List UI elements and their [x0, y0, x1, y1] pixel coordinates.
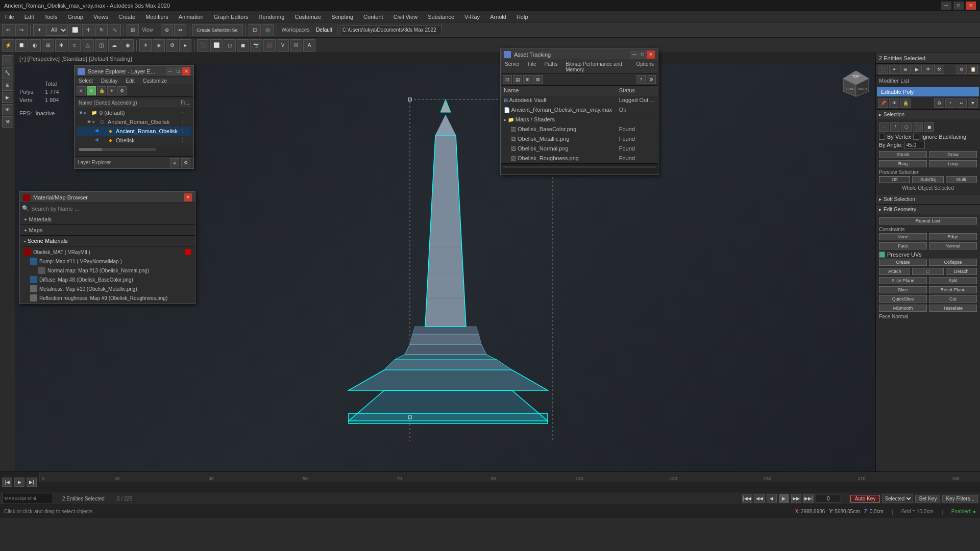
at-menu-options[interactable]: Options	[632, 60, 658, 73]
current-frame-input[interactable]	[816, 494, 841, 503]
mat-diffuse[interactable]: Diffuse: Map #8 (Obelisk_BaseColor.png)	[22, 275, 193, 284]
by-angle-input[interactable]	[904, 141, 925, 149]
expand-1[interactable]: ▸	[84, 110, 90, 115]
none-button[interactable]: None	[879, 233, 927, 240]
mod-lock-icon[interactable]: 🔒	[900, 98, 911, 108]
rp-icon1[interactable]: ⬛	[878, 65, 888, 74]
by-vertex-check[interactable]	[879, 134, 885, 140]
first-frame-btn[interactable]: |◀◀	[742, 494, 752, 503]
shrink-button[interactable]: Shrink	[879, 151, 927, 158]
menu-content[interactable]: Content	[358, 11, 388, 22]
off-button[interactable]: Off	[879, 176, 910, 183]
move-button[interactable]: ✛	[82, 24, 94, 36]
tb2-camera1[interactable]: 📷	[250, 39, 262, 52]
mod-add-icon[interactable]: +	[945, 98, 955, 108]
tb2-light3[interactable]: ⚙	[166, 39, 178, 52]
undo-button[interactable]: ↩	[2, 24, 14, 36]
play-fwd-btn[interactable]: ▶	[779, 494, 789, 503]
menu-views[interactable]: Views	[88, 11, 113, 22]
table-row[interactable]: 🖼 Obelisk_Normal.png Found	[501, 144, 658, 154]
edge-button[interactable]: Edge	[929, 233, 977, 240]
rp-icon4[interactable]: ▶	[912, 65, 922, 74]
tb2-render4[interactable]: ◼	[237, 39, 249, 52]
attach-opts[interactable]: □	[912, 268, 943, 275]
rp-icon2[interactable]: ✦	[889, 65, 899, 74]
at-tb2[interactable]: ▤	[513, 75, 522, 84]
split-button[interactable]: Split	[929, 277, 977, 284]
se-minimize-btn[interactable]: ─	[166, 67, 174, 76]
at-tb3[interactable]: ⊞	[523, 75, 532, 84]
mod-cfg-icon[interactable]: ⚙	[934, 98, 944, 108]
tb2-v2[interactable]: R	[290, 39, 302, 52]
modifier-editable-poly[interactable]: Editable Poly	[877, 87, 979, 96]
menu-civil-view[interactable]: Civil View	[388, 11, 423, 22]
named-sets-btn[interactable]: ⊡	[249, 24, 261, 36]
mod-pin-icon[interactable]: 📌	[878, 98, 888, 108]
timeline[interactable]: 0 10 30 50 70 90 110 130 150 170 190	[39, 472, 980, 492]
rp-icon7[interactable]: ⚙	[957, 65, 967, 74]
isolate-btn[interactable]: ◎	[262, 24, 274, 36]
preserve-uvs-check[interactable]	[879, 252, 885, 258]
at-menu-bitmap[interactable]: Bitmap Performance and Memory	[561, 60, 632, 73]
asset-tracking-header[interactable]: Asset Tracking ─ □ ✕	[501, 49, 658, 60]
next-key-btn[interactable]: ▶|	[27, 478, 37, 487]
face-button[interactable]: Face	[879, 242, 927, 249]
prev-key-btn[interactable]: |◀	[2, 478, 12, 487]
tb2-btn4[interactable]: ⊞	[42, 39, 54, 52]
collapse-button[interactable]: Collapse	[929, 259, 977, 266]
mat-cat-scene[interactable]: - Scene Materials	[20, 236, 195, 246]
mat-close-btn[interactable]: ✕	[184, 193, 192, 202]
ring-button[interactable]: Ring	[879, 160, 927, 167]
table-row[interactable]: ⊞ Autodesk Vault Logged Out ...	[501, 95, 658, 105]
table-row[interactable]: 🖼 Obelisk_Metallic.png Found	[501, 134, 658, 144]
modify-tab[interactable]: 🔧	[2, 67, 13, 79]
utilities-tab[interactable]: ⚒	[2, 116, 13, 128]
tb2-btn5[interactable]: ✚	[55, 39, 67, 52]
slice-button[interactable]: Slice	[879, 286, 927, 293]
tree-layer-default[interactable]: 👁 ▸ 📁 0 (default) ⋮⋮	[77, 108, 191, 117]
tb2-light4[interactable]: ▸	[179, 39, 191, 52]
scene-explorer-header[interactable]: Scene Explorer - Layer E... ─ □ ✕	[75, 66, 193, 77]
tb2-render2[interactable]: ⬜	[210, 39, 223, 52]
reset-plane-button[interactable]: Reset Plane	[929, 286, 977, 293]
rp-icon3[interactable]: ⊞	[900, 65, 911, 74]
table-row[interactable]: 📄 Ancient_Roman_Obelisk_max_vray.max Ok	[501, 105, 658, 115]
menu-file[interactable]: File	[0, 11, 19, 22]
at-tb4[interactable]: ⊠	[533, 75, 543, 84]
mod-eye-icon[interactable]: 👁	[889, 98, 899, 108]
se-footer-layers-btn[interactable]: ≡	[170, 158, 179, 167]
edge-mode[interactable]: /	[890, 122, 900, 132]
last-frame-btn[interactable]: ▶▶|	[803, 494, 814, 503]
display-tab[interactable]: 👁	[2, 104, 13, 115]
maxscript-mini[interactable]: MAXScript Mini	[2, 493, 53, 504]
mat-cat-maps[interactable]: + Maps	[20, 225, 195, 236]
align-button[interactable]: ⊕	[161, 24, 173, 36]
cut-button[interactable]: Cut	[929, 295, 977, 303]
mat-roughness[interactable]: Reflection roughness: Map #9 (Obelisk_Ro…	[22, 293, 193, 303]
tb2-btn1[interactable]: ⚡	[2, 39, 14, 52]
menu-vray[interactable]: V-Ray	[459, 11, 485, 22]
loop-button[interactable]: Loop	[929, 160, 977, 167]
tb2-v1[interactable]: V	[277, 39, 289, 52]
hierarchy-tab[interactable]: ⊞	[2, 80, 13, 91]
table-row[interactable]: 🖼 Obelisk_BaseColor.png Found	[501, 124, 658, 134]
tb2-btn6[interactable]: ⊂	[68, 39, 81, 52]
menu-modifiers[interactable]: Modifiers	[140, 11, 174, 22]
tb2-btn8[interactable]: ◫	[95, 39, 107, 52]
slice-plane-button[interactable]: Slice Plane	[879, 277, 927, 284]
tree-obelisk-group[interactable]: 👁 ▾ ⬡ Ancient_Roman_Obelisk ⋮⋮	[77, 117, 191, 127]
se-menu-edit[interactable]: Edit	[122, 77, 139, 85]
material-browser-header[interactable]: Material/Map Browser ✕	[20, 192, 195, 203]
create-button[interactable]: Create	[879, 259, 927, 266]
detach-button[interactable]: Detach	[946, 268, 977, 275]
se-close-btn[interactable]: ✕	[182, 67, 190, 76]
motion-tab[interactable]: ▶	[2, 92, 13, 103]
rp-icon8[interactable]: 📋	[968, 65, 978, 74]
at-tb-settings[interactable]: ⚙	[647, 75, 656, 84]
at-menu-paths[interactable]: Paths	[541, 60, 562, 73]
set-key-btn[interactable]: Set Key	[915, 495, 940, 503]
mat-bump[interactable]: Bump: Map #11 ( VRayNormalMap )	[22, 257, 193, 266]
element-mode[interactable]: ◼	[924, 122, 934, 132]
key-filters-btn[interactable]: Key Filters...	[942, 495, 978, 503]
play-btn[interactable]: ▶	[14, 478, 24, 487]
